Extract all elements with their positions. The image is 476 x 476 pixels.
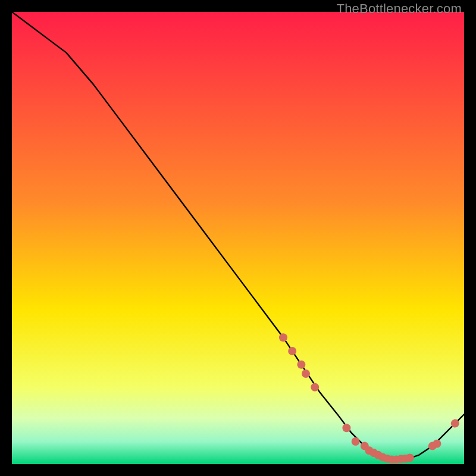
curve-marker [297,361,305,369]
curve-marker [352,437,360,446]
chart-svg [12,12,464,464]
curve-marker [279,333,287,342]
curve-marker [451,419,459,428]
curve-marker [342,424,350,432]
curve-marker [311,383,319,392]
chart-frame [12,12,464,464]
curve-marker [433,440,441,448]
curve-marker [288,347,296,355]
curve-marker [302,369,310,378]
curve-marker [406,453,414,462]
watermark-text: TheBottlenecker.com [337,1,462,17]
gradient-background [12,12,464,464]
